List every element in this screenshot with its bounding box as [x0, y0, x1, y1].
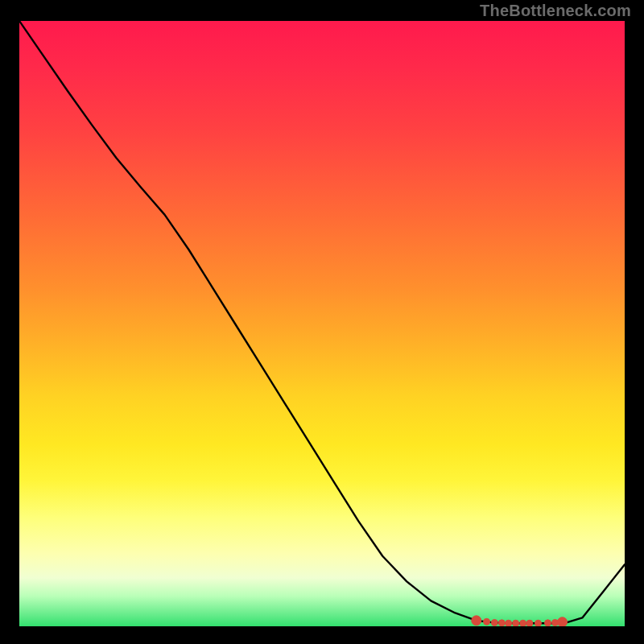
line-series	[19, 21, 625, 623]
data-marker	[520, 620, 526, 626]
data-marker	[526, 620, 533, 626]
data-marker	[545, 620, 551, 626]
data-marker	[506, 620, 512, 626]
data-marker	[513, 620, 519, 626]
data-marker	[498, 620, 505, 626]
data-marker	[472, 616, 481, 625]
data-marker	[491, 619, 497, 625]
plot-area	[19, 21, 625, 626]
plot-svg	[19, 21, 625, 626]
chart-frame: TheBottleneck.com	[0, 0, 644, 644]
data-marker	[535, 620, 541, 626]
data-marker	[558, 617, 568, 626]
marker-cluster	[472, 616, 568, 626]
attribution-text: TheBottleneck.com	[480, 2, 631, 20]
data-marker	[484, 618, 490, 625]
